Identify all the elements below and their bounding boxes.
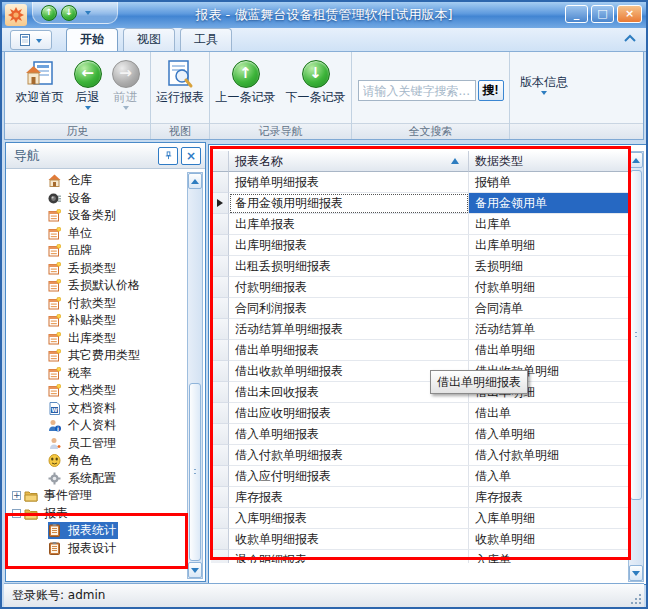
table-row[interactable]: 入库明细报表入库单明细: [211, 508, 630, 529]
table-row[interactable]: 付款明细报表付款单明细: [211, 277, 630, 298]
sidebar-scroll-up-icon[interactable]: [188, 173, 202, 189]
cell-data-type[interactable]: 出库单明细: [469, 235, 630, 256]
row-selector[interactable]: [211, 235, 229, 256]
row-selector[interactable]: [211, 361, 229, 382]
tab-start[interactable]: 开始: [66, 28, 118, 51]
row-selector[interactable]: [211, 445, 229, 466]
table-row[interactable]: 借出收款单明细报表借出收款单明细: [211, 361, 630, 382]
column-header-data-type[interactable]: 数据类型: [469, 151, 630, 172]
cell-data-type[interactable]: 付款单明细: [469, 277, 630, 298]
cell-data-type[interactable]: 借出单明细: [469, 340, 630, 361]
row-selector[interactable]: [211, 193, 229, 214]
table-row[interactable]: 借入应付明细报表借入单: [211, 466, 630, 487]
tree-item[interactable]: +事件管理: [8, 487, 186, 505]
tree-item[interactable]: 补贴类型: [8, 312, 186, 330]
row-selector[interactable]: [211, 172, 229, 193]
tab-tools[interactable]: 工具: [180, 28, 232, 51]
sidebar-scroll-thumb[interactable]: [189, 383, 201, 561]
cell-data-type[interactable]: 入库单明细: [469, 508, 630, 529]
maximize-button[interactable]: □: [591, 5, 614, 23]
minimize-button[interactable]: _: [565, 5, 588, 23]
cell-report-name[interactable]: 借入单明细报表: [229, 424, 469, 445]
run-report-button[interactable]: 运行报表: [152, 55, 208, 107]
tree-item[interactable]: 员工管理: [8, 435, 186, 453]
table-row[interactable]: 活动结算单明细报表活动结算单: [211, 319, 630, 340]
row-selector[interactable]: [211, 298, 229, 319]
grid-scrollbar[interactable]: [628, 151, 644, 582]
tree-item[interactable]: 报表统计: [8, 522, 186, 540]
cell-report-name[interactable]: 借出单明细报表: [229, 340, 469, 361]
row-selector[interactable]: [211, 508, 229, 529]
table-row[interactable]: 合同利润报表合同清单: [211, 298, 630, 319]
prev-record-button[interactable]: ↑ 上一条记录: [212, 55, 280, 107]
welcome-home-button[interactable]: 欢迎首页: [12, 55, 68, 107]
tree-selected-item[interactable]: 报表统计: [48, 522, 118, 539]
cell-data-type[interactable]: 入库单: [469, 550, 630, 563]
cell-report-name[interactable]: 借出应收明细报表: [229, 403, 469, 424]
row-selector[interactable]: [211, 256, 229, 277]
row-selector[interactable]: [211, 529, 229, 550]
close-panel-icon[interactable]: ×: [181, 147, 201, 165]
row-selector[interactable]: [211, 424, 229, 445]
cell-data-type[interactable]: 借入单: [469, 466, 630, 487]
row-selector[interactable]: [211, 382, 229, 403]
tree-expander-icon[interactable]: −: [12, 509, 21, 518]
row-selector[interactable]: [211, 550, 229, 563]
cell-data-type[interactable]: 活动结算单: [469, 319, 630, 340]
cell-report-name[interactable]: 出租丢损明细报表: [229, 256, 469, 277]
tree-item[interactable]: 报表设计: [8, 540, 186, 558]
table-row[interactable]: 备用金领用明细报表备用金领用单: [211, 193, 630, 214]
cell-data-type[interactable]: 借出单: [469, 403, 630, 424]
table-row[interactable]: 收款单明细报表收款单明细: [211, 529, 630, 550]
tree-item[interactable]: 仓库: [8, 172, 186, 190]
cell-data-type[interactable]: 借入单明细: [469, 424, 630, 445]
tree-item[interactable]: 单位: [8, 225, 186, 243]
cell-report-name[interactable]: 入库明细报表: [229, 508, 469, 529]
table-row[interactable]: 借出未回收报表借出单明细: [211, 382, 630, 403]
cell-report-name[interactable]: 付款明细报表: [229, 277, 469, 298]
cell-report-name[interactable]: 收款单明细报表: [229, 529, 469, 550]
sidebar-scrollbar[interactable]: [187, 172, 203, 579]
table-row[interactable]: 借入单明细报表借入单明细: [211, 424, 630, 445]
pin-icon[interactable]: [158, 147, 178, 165]
table-row[interactable]: 报销单明细报表报销单: [211, 172, 630, 193]
table-row[interactable]: 借出应收明细报表借出单: [211, 403, 630, 424]
row-selector[interactable]: [211, 319, 229, 340]
cell-report-name[interactable]: 报销单明细报表: [229, 172, 469, 193]
cell-data-type[interactable]: 收款单明细: [469, 529, 630, 550]
cell-data-type[interactable]: 丢损明细: [469, 256, 630, 277]
table-row[interactable]: 出租丢损明细报表丢损明细: [211, 256, 630, 277]
row-selector[interactable]: [211, 403, 229, 424]
cell-report-name[interactable]: 库存报表: [229, 487, 469, 508]
forward-button[interactable]: → 前进: [108, 55, 144, 112]
back-dropdown-icon[interactable]: [85, 106, 91, 110]
grid-scroll-up-icon[interactable]: [629, 152, 643, 168]
row-selector[interactable]: [211, 466, 229, 487]
cell-report-name[interactable]: 合同利润报表: [229, 298, 469, 319]
grid-scroll-down-icon[interactable]: [629, 565, 643, 581]
table-row[interactable]: 借入付款单明细报表借入付款单明细: [211, 445, 630, 466]
row-selector[interactable]: [211, 214, 229, 235]
tree-item[interactable]: 丢损默认价格: [8, 277, 186, 295]
search-button[interactable]: 搜!: [478, 80, 504, 101]
row-selector[interactable]: [211, 340, 229, 361]
close-button[interactable]: ×: [617, 5, 642, 23]
tree-item[interactable]: 其它费用类型: [8, 347, 186, 365]
tree-item[interactable]: 设备类别: [8, 207, 186, 225]
tree-expander-icon[interactable]: +: [12, 491, 21, 500]
table-row[interactable]: 出库单报表出库单: [211, 214, 630, 235]
cell-report-name[interactable]: 借入应付明细报表: [229, 466, 469, 487]
tree-item[interactable]: 品牌: [8, 242, 186, 260]
ribbon-collapse-icon[interactable]: [624, 34, 636, 42]
tree-item[interactable]: i个人资料: [8, 417, 186, 435]
cell-data-type[interactable]: 借入付款单明细: [469, 445, 630, 466]
column-header-report-name[interactable]: 报表名称: [229, 151, 469, 172]
tree-item[interactable]: 丢损类型: [8, 260, 186, 278]
tree-item[interactable]: 设备: [8, 190, 186, 208]
tree-item[interactable]: −报表: [8, 505, 186, 523]
cell-data-type[interactable]: 库存报表: [469, 487, 630, 508]
cell-report-name[interactable]: 借入付款单明细报表: [229, 445, 469, 466]
cell-report-name[interactable]: 备用金领用明细报表: [229, 193, 469, 214]
cell-report-name[interactable]: 出库单报表: [229, 214, 469, 235]
back-button[interactable]: ← 后退: [70, 55, 106, 112]
